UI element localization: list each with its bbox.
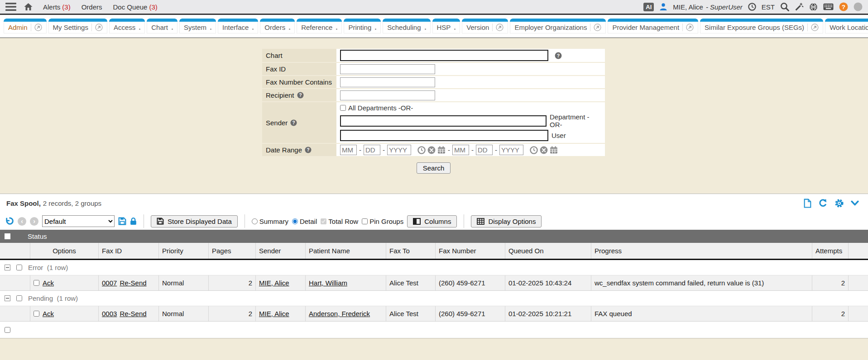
- refresh-icon[interactable]: [818, 199, 828, 208]
- tab-reference[interactable]: Reference: [297, 19, 342, 33]
- search-icon[interactable]: [780, 2, 789, 11]
- tab-interface[interactable]: Interface: [218, 19, 258, 33]
- columns-button[interactable]: Columns: [407, 215, 457, 227]
- keyboard-icon[interactable]: [823, 3, 834, 10]
- nav-doc-queue[interactable]: Doc Queue(3): [113, 3, 158, 11]
- resend-link[interactable]: Re-Send: [120, 310, 146, 317]
- tab-similar-exposure-groups[interactable]: Similar Exposure Groups (SEGs): [700, 19, 823, 33]
- fax-id-link[interactable]: 0007: [102, 279, 117, 287]
- patient-name-link[interactable]: Anderson, Frederick: [309, 310, 370, 317]
- end-year-input[interactable]: [499, 145, 523, 155]
- hamburger-menu-icon[interactable]: [5, 3, 16, 11]
- resend-link[interactable]: Re-Send: [120, 279, 146, 287]
- external-link-icon[interactable]: [686, 24, 694, 31]
- chart-input[interactable]: [340, 50, 548, 61]
- tab-scheduling[interactable]: Scheduling: [383, 19, 430, 33]
- patient-name-link[interactable]: Hart, William: [309, 279, 347, 287]
- collapse-chevron-icon[interactable]: [851, 200, 859, 206]
- external-link-icon[interactable]: [594, 24, 601, 31]
- tab-admin[interactable]: Admin: [4, 19, 47, 33]
- column-header-queued-on[interactable]: Queued On: [505, 243, 591, 259]
- ack-link[interactable]: Ack: [43, 279, 54, 287]
- next-view-button[interactable]: ›: [30, 217, 38, 226]
- row-checkbox[interactable]: [34, 280, 39, 286]
- column-header-attempts[interactable]: Attempts: [812, 243, 849, 259]
- export-document-icon[interactable]: [804, 199, 811, 208]
- collapse-group-icon[interactable]: [5, 265, 10, 270]
- undo-icon[interactable]: [5, 217, 14, 226]
- group-checkbox[interactable]: [16, 295, 22, 301]
- tab-provider-management[interactable]: Provider Management: [608, 19, 698, 33]
- end-clear-icon[interactable]: [540, 146, 548, 154]
- detail-radio[interactable]: [292, 218, 298, 224]
- view-select[interactable]: Default: [42, 215, 115, 227]
- start-year-input[interactable]: [387, 145, 411, 155]
- end-calendar-icon[interactable]: [550, 146, 558, 154]
- status-circle-icon[interactable]: [854, 2, 863, 11]
- tab-work-locations[interactable]: Work Locations: [825, 19, 868, 33]
- recipient-help-icon[interactable]: ?: [297, 92, 304, 99]
- tab-access[interactable]: Access: [109, 19, 145, 33]
- lock-view-icon[interactable]: [130, 217, 137, 225]
- tab-chart[interactable]: Chart: [147, 19, 177, 33]
- recipient-input[interactable]: [340, 90, 435, 100]
- detail-option[interactable]: Detail: [292, 218, 317, 225]
- external-link-icon[interactable]: [496, 24, 504, 31]
- end-month-input[interactable]: [452, 145, 469, 155]
- column-header-priority[interactable]: Priority: [159, 243, 209, 259]
- globe-icon[interactable]: [809, 3, 818, 11]
- external-link-icon[interactable]: [95, 24, 103, 31]
- column-header-sender[interactable]: Sender: [256, 243, 306, 259]
- fax-id-input[interactable]: [340, 64, 435, 74]
- tab-version[interactable]: Version: [462, 19, 508, 33]
- total-row-option[interactable]: Total Row: [321, 218, 358, 225]
- start-time-icon[interactable]: [417, 146, 426, 154]
- prev-view-button[interactable]: ‹: [18, 217, 26, 226]
- fax-id-link[interactable]: 0003: [102, 310, 117, 317]
- column-header-progress[interactable]: Progress: [591, 243, 812, 259]
- sender-department-input[interactable]: [340, 115, 547, 127]
- help-icon[interactable]: ?: [839, 2, 848, 11]
- magic-wand-icon[interactable]: [795, 2, 804, 11]
- start-clear-icon[interactable]: [427, 146, 436, 154]
- end-time-icon[interactable]: [530, 146, 538, 154]
- sender-user-input[interactable]: [340, 130, 548, 141]
- store-displayed-data-button[interactable]: Store Displayed Data: [151, 215, 238, 227]
- group-checkbox[interactable]: [16, 265, 22, 270]
- pin-groups-option[interactable]: Pin Groups: [362, 218, 403, 225]
- row-checkbox[interactable]: [34, 311, 39, 317]
- start-calendar-icon[interactable]: [437, 146, 446, 154]
- ai-badge[interactable]: AI: [643, 3, 654, 11]
- external-link-icon[interactable]: [811, 24, 819, 31]
- tab-system[interactable]: System: [179, 19, 216, 33]
- all-departments-checkbox[interactable]: [340, 105, 346, 111]
- end-day-input[interactable]: [476, 145, 493, 155]
- tab-hsp[interactable]: HSP: [432, 19, 460, 33]
- fax-number-contains-input[interactable]: [340, 77, 435, 87]
- pin-groups-checkbox[interactable]: [362, 218, 368, 224]
- display-options-button[interactable]: Display Options: [471, 215, 542, 227]
- column-header-patient-name[interactable]: Patient Name: [306, 243, 386, 259]
- tab-orders[interactable]: Orders: [260, 19, 295, 33]
- home-icon[interactable]: [24, 3, 33, 11]
- column-header-fax-number[interactable]: Fax Number: [436, 243, 505, 259]
- nav-alerts[interactable]: Alerts(3): [43, 3, 71, 11]
- sender-help-icon[interactable]: ?: [290, 119, 297, 126]
- clock-icon[interactable]: [748, 3, 756, 11]
- start-day-input[interactable]: [364, 145, 380, 155]
- collapse-group-icon[interactable]: [5, 295, 10, 301]
- date-range-help-icon[interactable]: ?: [305, 147, 312, 153]
- external-link-icon[interactable]: [34, 24, 42, 31]
- user-menu[interactable]: MIE, Alice- SuperUser: [673, 3, 743, 11]
- tab-employer-organizations[interactable]: Employer Organizations: [510, 19, 606, 33]
- summary-option[interactable]: Summary: [252, 218, 288, 225]
- footer-checkbox[interactable]: [5, 327, 10, 333]
- all-departments-option[interactable]: All Departments -OR-: [340, 104, 601, 112]
- nav-orders[interactable]: Orders: [82, 3, 102, 11]
- summary-radio[interactable]: [252, 218, 258, 224]
- column-header-pages[interactable]: Pages: [209, 243, 256, 259]
- tab-my-settings[interactable]: My Settings: [48, 19, 107, 33]
- chart-help-icon[interactable]: ?: [555, 52, 562, 59]
- settings-gear-icon[interactable]: [834, 199, 844, 208]
- column-header-fax-to[interactable]: Fax To: [386, 243, 436, 259]
